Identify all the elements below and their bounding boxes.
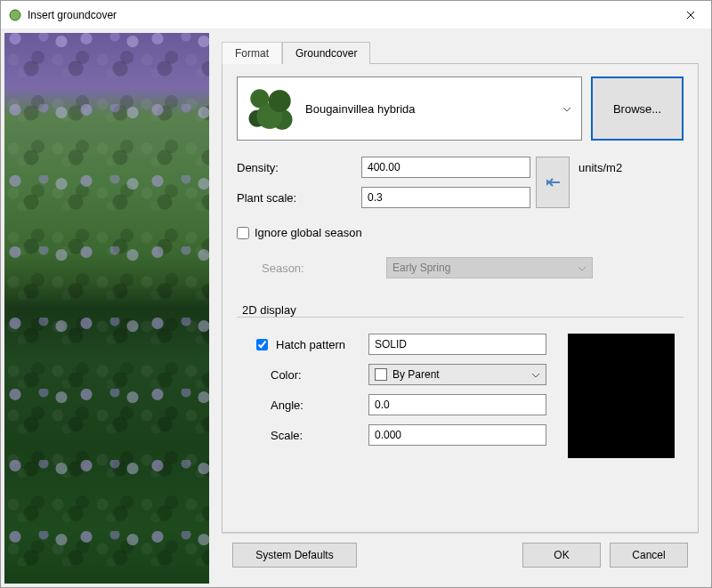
hatch-pattern-checkbox[interactable] (256, 339, 268, 350)
close-button[interactable] (670, 1, 711, 29)
angle-input[interactable] (368, 394, 546, 415)
color-swatch-icon (375, 368, 387, 381)
color-label: Color: (253, 368, 368, 382)
density-swap-button[interactable] (536, 157, 570, 208)
arrow-left-icon (545, 176, 561, 189)
display-2d-group: 2D display Hatch pattern Color: (237, 303, 684, 467)
plant-dropdown[interactable]: Bougainvillea hybrida (237, 77, 582, 141)
chevron-down-icon (578, 262, 587, 274)
svg-point-0 (10, 10, 20, 20)
window-title: Insert groundcover (28, 9, 670, 21)
ignore-season-checkbox[interactable] (237, 227, 249, 239)
ignore-season-row: Ignore global season (237, 226, 684, 239)
preview-image (4, 33, 209, 584)
plant-thumbnail (245, 84, 295, 133)
ok-button[interactable]: OK (522, 543, 601, 568)
hatch-pattern-input[interactable] (368, 334, 546, 355)
settings-pane: Format Groundcover Bougainvillea hybrida… (213, 33, 708, 584)
titlebar: Insert groundcover (1, 1, 711, 29)
angle-label: Angle: (253, 399, 368, 412)
scale-input[interactable] (368, 424, 546, 446)
plant-selector-row: Bougainvillea hybrida Browse... (237, 77, 684, 141)
season-dropdown: Early Spring (386, 257, 593, 278)
density-input[interactable] (361, 157, 530, 178)
season-row: Season: Early Spring (237, 257, 684, 278)
density-grid: Density: units/m2 Plant scale: (237, 157, 684, 208)
display-2d-title: 2D display (237, 303, 296, 317)
color-dropdown[interactable]: By Parent (368, 364, 546, 385)
season-label: Season: (262, 262, 386, 275)
plant-scale-input[interactable] (361, 187, 530, 208)
density-label: Density: (237, 161, 361, 174)
cancel-button[interactable]: Cancel (610, 543, 688, 568)
hatch-pattern-label: Hatch pattern (276, 338, 345, 351)
tab-panel-groundcover: Bougainvillea hybrida Browse... Density: (222, 63, 699, 533)
hatch-pattern-row: Hatch pattern (253, 336, 368, 353)
scale-label: Scale: (253, 429, 368, 442)
tab-groundcover[interactable]: Groundcover (282, 42, 370, 64)
dialog-window: Insert groundcover Format Groundcover Bo… (0, 0, 712, 588)
density-units: units/m2 (578, 161, 684, 174)
tab-format[interactable]: Format (222, 42, 282, 64)
ignore-season-label: Ignore global season (255, 226, 362, 239)
app-icon (8, 8, 22, 22)
content-area: Format Groundcover Bougainvillea hybrida… (1, 29, 711, 587)
browse-button[interactable]: Browse... (591, 77, 684, 141)
chevron-down-icon (531, 368, 540, 381)
chevron-down-icon (560, 102, 574, 115)
plant-scale-label: Plant scale: (237, 191, 361, 205)
hatch-preview-swatch (568, 334, 675, 458)
button-bar: System Defaults OK Cancel (222, 533, 699, 576)
system-defaults-button[interactable]: System Defaults (232, 543, 357, 568)
plant-name: Bougainvillea hybrida (305, 102, 560, 116)
tab-strip: Format Groundcover (222, 38, 699, 63)
